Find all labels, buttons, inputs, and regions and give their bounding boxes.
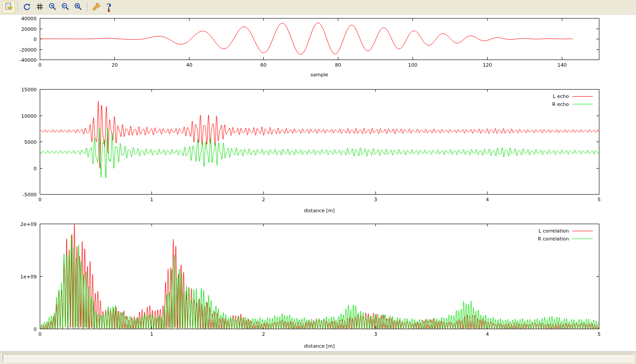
toolbar-separator [87, 2, 88, 12]
correlation-chart[interactable] [0, 221, 636, 352]
status-field [3, 354, 633, 362]
excitation-signal-chart[interactable] [0, 15, 636, 86]
config-icon [92, 2, 101, 12]
replot-icon [23, 2, 31, 12]
copy-to-clipboard-button[interactable] [3, 1, 15, 13]
status-bar [0, 352, 636, 364]
zoom-previous-button[interactable] [46, 1, 58, 13]
config-button[interactable] [90, 1, 102, 13]
zoom-previous-icon [48, 2, 57, 12]
toolbar: ? [0, 0, 636, 15]
toolbar-separator [18, 2, 19, 12]
echo-signals-chart[interactable] [0, 86, 636, 221]
autoscale-button[interactable] [72, 1, 84, 13]
grid-icon [36, 3, 44, 12]
plot-area [0, 15, 636, 352]
help-button[interactable]: ? [103, 1, 115, 13]
zoom-next-icon [61, 2, 70, 12]
replot-button[interactable] [21, 1, 33, 13]
copy-plot-icon [4, 2, 13, 12]
help-icon-dot [108, 10, 110, 12]
grid-toggle-button[interactable] [34, 1, 45, 13]
autoscale-icon [74, 2, 83, 12]
gnuplot-window: ? [0, 0, 636, 364]
zoom-next-button[interactable] [59, 1, 71, 13]
